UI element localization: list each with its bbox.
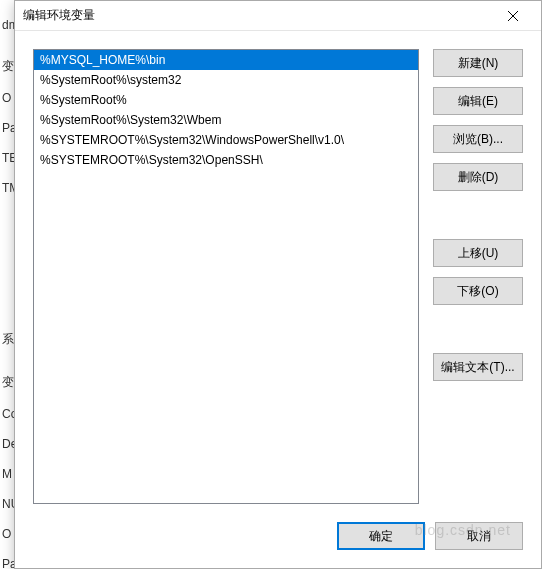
close-button[interactable] [493, 2, 533, 30]
list-item[interactable]: %MYSQL_HOME%\bin [34, 50, 418, 70]
edit-button[interactable]: 编辑(E) [433, 87, 523, 115]
close-icon [508, 11, 518, 21]
list-item[interactable]: %SYSTEMROOT%\System32\OpenSSH\ [34, 150, 418, 170]
dialog-content: %MYSQL_HOME%\bin %SystemRoot%\system32 %… [15, 31, 541, 512]
ok-button[interactable]: 确定 [337, 522, 425, 550]
dialog-title: 编辑环境变量 [23, 7, 95, 24]
dialog-footer: 确定 取消 [15, 512, 541, 568]
path-listbox[interactable]: %MYSQL_HOME%\bin %SystemRoot%\system32 %… [33, 49, 419, 504]
edit-env-var-dialog: 编辑环境变量 %MYSQL_HOME%\bin %SystemRoot%\sys… [14, 0, 542, 569]
move-up-button[interactable]: 上移(U) [433, 239, 523, 267]
cancel-button[interactable]: 取消 [435, 522, 523, 550]
list-item[interactable]: %SystemRoot%\System32\Wbem [34, 110, 418, 130]
side-buttons: 新建(N) 编辑(E) 浏览(B)... 删除(D) 上移(U) 下移(O) 编… [433, 49, 523, 504]
list-item[interactable]: %SYSTEMROOT%\System32\WindowsPowerShell\… [34, 130, 418, 150]
browse-button[interactable]: 浏览(B)... [433, 125, 523, 153]
list-item[interactable]: %SystemRoot% [34, 90, 418, 110]
move-down-button[interactable]: 下移(O) [433, 277, 523, 305]
delete-button[interactable]: 删除(D) [433, 163, 523, 191]
titlebar: 编辑环境变量 [15, 1, 541, 31]
new-button[interactable]: 新建(N) [433, 49, 523, 77]
list-item[interactable]: %SystemRoot%\system32 [34, 70, 418, 90]
edit-text-button[interactable]: 编辑文本(T)... [433, 353, 523, 381]
